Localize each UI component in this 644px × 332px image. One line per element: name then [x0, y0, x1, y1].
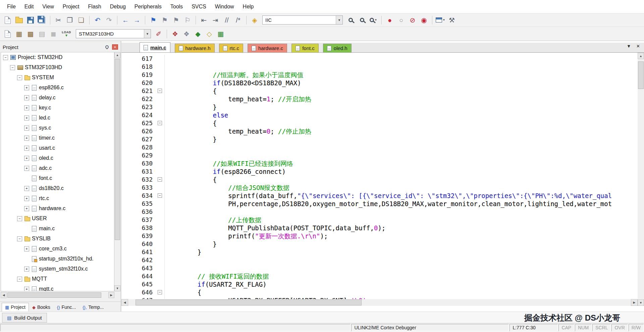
undo-icon[interactable]: ↶	[92, 15, 103, 26]
tree-item-syslib[interactable]: −SYSLIB	[1, 234, 114, 244]
menu-debug[interactable]: Debug	[106, 2, 130, 11]
find-in-files-icon[interactable]	[345, 15, 356, 26]
manage-books-icon[interactable]: ❖	[181, 29, 192, 39]
unindent-icon[interactable]: ⇤	[199, 15, 209, 26]
menu-file[interactable]: File	[3, 2, 20, 11]
tree-item-mqtt-c[interactable]: +mqtt.c	[1, 284, 114, 291]
clear-bookmarks-icon[interactable]: ⚐	[182, 15, 193, 26]
tree-expand-plus-icon[interactable]: +	[24, 95, 29, 100]
tree-expand-plus-icon[interactable]: +	[24, 246, 29, 251]
editor-vertical-scrollbar[interactable]: ▲ ▼	[638, 53, 644, 306]
chevron-down-icon[interactable]: ▼	[144, 30, 151, 38]
indent-icon[interactable]: ⇥	[210, 15, 221, 26]
fold-collapse-icon[interactable]: −	[158, 193, 162, 198]
kill-breakpoints-icon[interactable]: ⊘	[407, 15, 418, 26]
search-combo[interactable]: IIC▼	[262, 15, 343, 25]
scroll-up-icon[interactable]: ▲	[638, 53, 644, 59]
batch-build-icon[interactable]: ▤	[37, 29, 47, 39]
scroll-up-icon[interactable]: ▲	[114, 52, 120, 58]
build-output-tab[interactable]: ▤ Build Output	[2, 313, 47, 323]
tree-item-oled-c[interactable]: +oled.c	[1, 153, 114, 163]
tree-expand-minus-icon[interactable]: −	[17, 277, 22, 282]
tree-expand-plus-icon[interactable]: +	[24, 126, 29, 131]
next-bookmark-icon[interactable]: ⚑	[171, 15, 181, 26]
menu-view[interactable]: View	[38, 2, 58, 11]
copy-icon[interactable]: ❐	[64, 15, 75, 26]
tree-expand-plus-icon[interactable]: +	[24, 267, 29, 272]
stop-build-icon[interactable]: ◼	[48, 29, 59, 39]
tree-item-system[interactable]: −SYSTEM	[1, 73, 114, 83]
tree-expand-minus-icon[interactable]: −	[3, 55, 8, 60]
software-packs-icon[interactable]: ▦	[215, 29, 226, 39]
scroll-left-icon[interactable]: ◀	[1, 292, 7, 298]
insert-breakpoint-icon[interactable]: ●	[384, 15, 395, 26]
tab-list-icon[interactable]: ▼	[627, 44, 631, 49]
panel-tab-project[interactable]: ▦Project	[2, 303, 29, 312]
tree-expand-plus-icon[interactable]: +	[24, 115, 29, 121]
close-panel-icon[interactable]: ✕	[112, 44, 118, 50]
open-folder-icon[interactable]	[14, 15, 24, 26]
scrollbar-thumb[interactable]	[7, 292, 101, 298]
tree-expand-plus-icon[interactable]: +	[24, 287, 29, 292]
scroll-right-icon[interactable]: ▶	[631, 299, 638, 306]
scroll-left-icon[interactable]: ◀	[121, 299, 128, 306]
file-extensions-icon[interactable]: ◇	[204, 29, 215, 39]
fold-collapse-icon[interactable]: −	[158, 89, 162, 93]
tree-item-esp8266-c[interactable]: +esp8266.c	[1, 83, 114, 93]
tree-expand-plus-icon[interactable]: +	[24, 166, 29, 171]
tree-item-ds18b20-c[interactable]: +ds18b20.c	[1, 183, 114, 193]
scrollbar-thumb[interactable]	[638, 61, 644, 89]
tree-item-user[interactable]: −USER	[1, 214, 114, 224]
scrollbar-thumb[interactable]	[136, 299, 362, 305]
menu-help[interactable]: Help	[238, 2, 258, 11]
menu-window[interactable]: Window	[211, 2, 238, 11]
code-editor[interactable]: 617618619 //恒温判断。如果小于温度阀值620 if(DS18B20<…	[121, 53, 638, 299]
tab-rtc-c[interactable]: rtc.c	[219, 44, 243, 52]
debug-windows-icon[interactable]: ▼	[435, 15, 446, 26]
tree-expand-plus-icon[interactable]: +	[24, 206, 29, 211]
build-icon[interactable]: ▦	[14, 29, 24, 39]
tree-expand-minus-icon[interactable]: −	[10, 65, 15, 70]
options-for-target-icon[interactable]: ✐	[153, 29, 164, 39]
chevron-down-icon[interactable]: ▼	[336, 16, 342, 24]
nav-forward-icon[interactable]: →	[131, 15, 142, 26]
tree-item-main-c[interactable]: main.c	[1, 224, 114, 234]
tree-item-core-cm3-c[interactable]: +core_cm3.c	[1, 244, 114, 254]
tree-item-adc-c[interactable]: +adc.c	[1, 163, 114, 173]
tree-expand-minus-icon[interactable]: −	[17, 236, 22, 241]
close-tab-icon[interactable]: ✕	[636, 44, 640, 49]
tree-item-usart-c[interactable]: +usart.c	[1, 143, 114, 153]
redo-icon[interactable]: ↷	[104, 15, 114, 26]
tree-expand-plus-icon[interactable]: +	[24, 136, 29, 141]
customize-tools-icon[interactable]: ⚒	[446, 15, 457, 26]
paste-icon[interactable]: ❏	[76, 15, 87, 26]
fold-collapse-icon[interactable]: −	[158, 177, 162, 182]
tab-main-c[interactable]: main.c	[140, 42, 170, 52]
tree-expand-plus-icon[interactable]: +	[24, 156, 29, 161]
tree-item-rtc-c[interactable]: +rtc.c	[1, 193, 114, 203]
tree-item-timer-c[interactable]: +timer.c	[1, 133, 114, 143]
tree-item-project-stm32hd[interactable]: −Project: STM32HD	[1, 52, 114, 62]
tree-item-stm32f103hd[interactable]: −STM32F103HD	[1, 62, 114, 73]
menu-flash[interactable]: Flash	[84, 2, 106, 11]
tree-expand-plus-icon[interactable]: +	[24, 85, 29, 90]
find-text-icon[interactable]: ◈	[249, 15, 260, 26]
incremental-find-icon[interactable]	[357, 15, 367, 26]
panel-tab-func[interactable]: {}Func...	[54, 303, 79, 312]
menu-project[interactable]: Project	[58, 2, 84, 11]
target-select[interactable]: STM32F103HD▼	[76, 29, 151, 38]
scroll-down-icon[interactable]: ▼	[638, 299, 644, 306]
comment-icon[interactable]: //	[221, 15, 232, 26]
nav-back-icon[interactable]: ←	[120, 15, 131, 26]
new-file-icon[interactable]	[2, 15, 13, 26]
pin-icon[interactable]	[105, 45, 109, 49]
project-tree-horizontal-scrollbar[interactable]: ◀ ▶	[1, 292, 114, 298]
fold-collapse-icon[interactable]: −	[158, 121, 162, 125]
tree-item-startup-stm32f10x-hd[interactable]: startup_stm32f10x_hd.	[1, 254, 114, 264]
manage-components-icon[interactable]: ❖	[170, 29, 180, 39]
menu-edit[interactable]: Edit	[20, 2, 38, 11]
scroll-right-icon[interactable]: ▶	[108, 292, 114, 298]
panel-tab-temp[interactable]: {},Temp...	[79, 303, 107, 312]
panel-tab-books[interactable]: ◆Books	[29, 303, 54, 312]
tree-item-font-c[interactable]: font.c	[1, 173, 114, 183]
